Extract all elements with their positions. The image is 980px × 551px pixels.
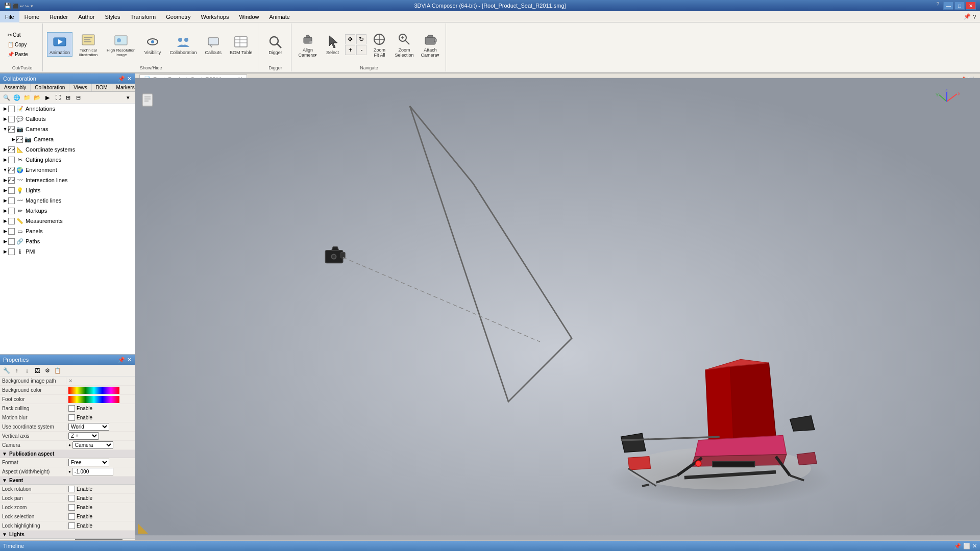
close-button[interactable]: ✕ [966, 2, 976, 10]
lock-pan-checkbox[interactable] [68, 495, 75, 502]
animation-button[interactable]: Animation [47, 32, 72, 57]
check-lights[interactable] [8, 187, 15, 194]
tree-item-pmi[interactable]: ▶ ℹ PMI [0, 246, 135, 257]
tree-item-camera[interactable]: ▶ ✓ 📷 Camera [0, 134, 135, 144]
tree-tool-3[interactable]: 📁 [22, 93, 32, 102]
section-expand[interactable]: ▼ [2, 451, 7, 457]
expand-callouts[interactable]: ▶ [2, 116, 8, 122]
tab-bom[interactable]: BOM [92, 84, 112, 91]
props-tool-5[interactable]: ⚙ [43, 366, 52, 375]
tab-views[interactable]: Views [69, 84, 92, 91]
tree-item-annotations[interactable]: ▶ 📝 Annotations [0, 104, 135, 114]
bg-image-x[interactable]: ✕ [68, 378, 72, 384]
expand-markups[interactable]: ▶ [2, 208, 8, 214]
check-coord[interactable]: ✓ [8, 146, 15, 153]
tree-item-magnetic[interactable]: ▶ 〰 Magnetic lines [0, 195, 135, 206]
expand-measurements[interactable]: ▶ [2, 218, 8, 224]
digger-button[interactable]: Digger [262, 32, 288, 57]
zoom-in-icon[interactable]: + [345, 45, 355, 55]
check-markups[interactable] [8, 208, 15, 214]
tree-item-lights[interactable]: ▶ 💡 Lights [0, 185, 135, 195]
back-culling-checkbox[interactable] [68, 405, 75, 412]
expand-cutting[interactable]: ▶ [2, 157, 8, 163]
motion-blur-checkbox[interactable] [68, 414, 75, 421]
tree-tool-collapse[interactable]: ⊟ [74, 93, 83, 102]
bom-table-btn[interactable]: BOM Table [227, 32, 255, 57]
tree-item-cutting[interactable]: ▶ ✂ Cutting planes [0, 155, 135, 165]
check-paths[interactable] [8, 238, 15, 245]
check-cameras[interactable]: ✓ [8, 126, 15, 133]
props-tool-3[interactable]: ↓ [22, 366, 32, 375]
menu-item-transform[interactable]: Transform [126, 11, 161, 22]
callouts-btn[interactable]: Callouts [203, 32, 225, 57]
props-tool-6[interactable]: 📋 [53, 366, 62, 375]
collab-pin[interactable]: 📌 [118, 76, 125, 82]
props-pin[interactable]: 📌 [118, 357, 125, 363]
menu-item-file[interactable]: File [0, 11, 19, 22]
tree-tool-6[interactable]: ⛶ [53, 93, 62, 102]
expand-pmi[interactable]: ▶ [2, 248, 8, 255]
menu-item-home[interactable]: Home [19, 11, 44, 22]
timeline-pin[interactable]: 📌 [954, 543, 961, 549]
props-tool-4[interactable]: 🖼 [33, 366, 42, 375]
collab-close[interactable]: ✕ [127, 76, 132, 82]
move-btn-1[interactable]: ✥ ↻ [345, 34, 366, 44]
menu-item-window[interactable]: Window [234, 11, 264, 22]
check-magnetic[interactable] [8, 197, 15, 204]
vert-axis-select[interactable]: Z + [68, 432, 99, 440]
section-lights-expand[interactable]: ▼ [2, 532, 7, 537]
visibility-button[interactable]: Visibility [141, 32, 164, 57]
foot-color-swatch[interactable] [68, 396, 119, 403]
lock-hl-checkbox[interactable] [68, 522, 75, 529]
tree-tool-4[interactable]: 📂 [33, 93, 42, 102]
tech-illus-button[interactable]: TechnicalIllustration [76, 30, 101, 59]
tree-tool-2[interactable]: 🌐 [12, 93, 21, 102]
copy-button[interactable]: 📋 Copy [5, 40, 31, 49]
hi-res-button[interactable]: High ResolutionImage [104, 30, 138, 59]
align-camera-button[interactable]: AlignCamera▾ [296, 30, 320, 59]
titlebar-help[interactable]: ? [933, 2, 942, 10]
tree-item-markups[interactable]: ▶ ✏ Markups [0, 206, 135, 216]
tree-item-intersection[interactable]: ▶ ✓ 〰 Intersection lines [0, 175, 135, 185]
props-tool-1[interactable]: 🔧 [2, 366, 11, 375]
maximize-button[interactable]: □ [954, 2, 965, 10]
minimize-button[interactable]: — [943, 2, 953, 10]
section-event-expand[interactable]: ▼ [2, 478, 7, 483]
camera-select[interactable]: Camera [72, 441, 113, 449]
check-callouts[interactable] [8, 116, 15, 122]
menu-item-animate[interactable]: Animate [264, 11, 295, 22]
zoom-sel-button[interactable]: ZoomSelection [392, 30, 416, 59]
lock-sel-checkbox[interactable] [68, 513, 75, 520]
ribbon-help[interactable]: ? [973, 14, 976, 20]
menu-item-render[interactable]: Render [44, 11, 73, 22]
check-intersection[interactable]: ✓ [8, 177, 15, 184]
coord-system-select[interactable]: World [68, 423, 109, 431]
paste-button[interactable]: 📌 Paste [5, 50, 31, 59]
check-measurements[interactable] [8, 218, 15, 224]
lock-rot-checkbox[interactable] [68, 486, 75, 492]
check-annotations[interactable] [8, 106, 15, 112]
timeline-expand[interactable]: ⬜ [963, 543, 970, 549]
viewport[interactable]: 📄 Root_Product_Seat_R2011.smg ✕ 📌 ⬜ [135, 73, 980, 540]
pan-icon[interactable]: ✥ [345, 34, 355, 44]
menu-item-author[interactable]: Author [73, 11, 100, 22]
tree-tool-filter[interactable]: ▾ [124, 93, 133, 102]
props-close[interactable]: ✕ [127, 357, 132, 363]
tree-item-cameras[interactable]: ▼ ✓ 📷 Cameras [0, 124, 135, 134]
tree-item-measurements[interactable]: ▶ 📏 Measurements [0, 216, 135, 226]
menu-item-styles[interactable]: Styles [100, 11, 126, 22]
attach-camera-button[interactable]: AttachCamera▾ [418, 30, 442, 59]
tree-item-env[interactable]: ▼ ✓ 🌍 Environment [0, 165, 135, 175]
zoom-out-icon[interactable]: - [356, 45, 366, 55]
select-button[interactable]: Select [322, 32, 343, 57]
collaboration-btn[interactable]: Collaboration [167, 32, 200, 57]
zoom-fitall-button[interactable]: ZoomFit All [369, 30, 390, 59]
expand-annotations[interactable]: ▶ [2, 106, 8, 112]
tree-tool-expand[interactable]: ⊞ [63, 93, 72, 102]
expand-paths[interactable]: ▶ [2, 238, 8, 244]
ribbon-pin[interactable]: 📌 [964, 13, 971, 20]
tree-item-paths[interactable]: ▶ 🔗 Paths [0, 236, 135, 246]
bg-color-swatch[interactable] [68, 387, 119, 394]
props-tool-2[interactable]: ↑ [12, 366, 21, 375]
cut-button[interactable]: ✂ Cut [5, 31, 31, 39]
